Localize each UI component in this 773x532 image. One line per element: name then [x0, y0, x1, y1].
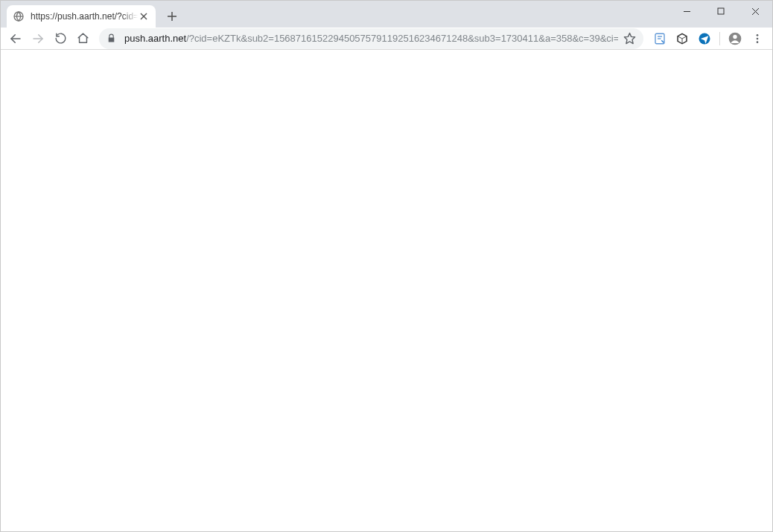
url-path: /?cid=eKZTk&sub2=15687161522945057579119…	[186, 33, 618, 44]
extension-plane-icon[interactable]	[694, 28, 715, 49]
forward-button[interactable]	[28, 28, 48, 49]
minimize-button[interactable]	[669, 1, 704, 22]
lock-icon	[106, 33, 117, 43]
reload-button[interactable]	[50, 28, 71, 49]
home-button[interactable]	[72, 28, 93, 49]
close-tab-button[interactable]	[138, 10, 150, 22]
toolbar-divider	[719, 32, 720, 45]
new-tab-button[interactable]	[162, 6, 182, 27]
tab-title: https://push.aarth.net/?cid=eKZT	[31, 11, 138, 22]
browser-title-bar: https://push.aarth.net/?cid=eKZT	[1, 1, 772, 28]
svg-point-20	[757, 41, 759, 43]
tab-strip: https://push.aarth.net/?cid=eKZT	[1, 1, 182, 28]
back-button[interactable]	[5, 28, 26, 49]
window-controls	[669, 1, 772, 22]
url-text: push.aarth.net/?cid=eKZTk&sub2=156871615…	[124, 33, 618, 44]
menu-button[interactable]	[747, 28, 768, 49]
browser-toolbar: push.aarth.net/?cid=eKZTk&sub2=156871615…	[1, 28, 772, 50]
browser-tab[interactable]: https://push.aarth.net/?cid=eKZT	[7, 5, 156, 28]
globe-icon	[13, 10, 25, 22]
window-close-button[interactable]	[738, 1, 772, 22]
maximize-button[interactable]	[704, 1, 738, 22]
profile-button[interactable]	[725, 28, 745, 49]
svg-point-17	[733, 34, 737, 38]
page-content	[1, 50, 772, 531]
address-bar[interactable]: push.aarth.net/?cid=eKZTk&sub2=156871615…	[99, 28, 643, 49]
url-host: push.aarth.net	[124, 33, 186, 44]
svg-rect-6	[718, 8, 724, 14]
svg-point-19	[757, 37, 759, 39]
extension-note-icon[interactable]	[649, 28, 670, 49]
bookmark-star-button[interactable]	[623, 32, 636, 45]
svg-point-18	[757, 34, 759, 36]
svg-marker-11	[624, 33, 634, 43]
extension-cube-icon[interactable]	[672, 28, 693, 49]
